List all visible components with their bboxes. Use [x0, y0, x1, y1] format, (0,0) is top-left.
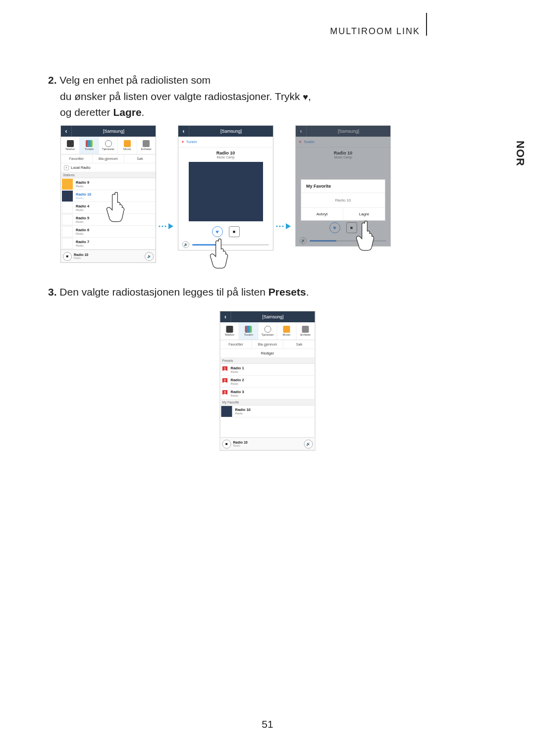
cancel-button[interactable]: Avbryt [301, 208, 343, 220]
back-button[interactable]: ‹ [296, 126, 307, 137]
station-list: Radio 9Radio Radio 10Radio Radio 4Radio … [61, 178, 156, 250]
filter-tabs: Favoritter Bla gjennom Søk [61, 154, 156, 163]
app-header: ‹ [Samsung] [296, 126, 390, 137]
tab-tjenester-label: Tjenester [102, 148, 114, 151]
np-title: Radio 10 [74, 253, 88, 256]
tab-music-label: Music [283, 333, 291, 336]
svg-point-2 [164, 225, 166, 227]
subtab-sok[interactable]: Søk [124, 154, 156, 163]
save-button[interactable]: Lagre [343, 208, 385, 220]
volume-slider[interactable] [310, 240, 386, 242]
station-title: Radio 4 [76, 204, 89, 208]
filter-tabs: Favoritter Bla gjennom Søk [220, 340, 315, 349]
section-presets: Presets [220, 358, 315, 364]
dialog-item[interactable]: Radio 10 [301, 193, 385, 207]
speaker-icon[interactable]: 🔊 [300, 237, 307, 244]
step-2-line2b: , [308, 91, 311, 102]
back-button[interactable]: ‹ [220, 311, 231, 322]
station-sub: Radio [231, 394, 244, 397]
stop-icon[interactable]: ■ [222, 440, 231, 449]
step-2-line3b: . [142, 106, 145, 118]
volume-icon[interactable]: 🔊 [304, 440, 313, 449]
volume-slider[interactable] [192, 244, 269, 246]
station-thumb [221, 406, 232, 417]
now-playing-bar[interactable]: ■ Radio 10Radio 🔊 [61, 250, 156, 262]
amazon-icon [283, 326, 290, 333]
speaker-icon[interactable]: 🔊 [182, 241, 189, 248]
tab-tjenester[interactable]: Tjenester [258, 322, 277, 340]
volume-row: 🔊 [178, 239, 273, 250]
tunein-icon [86, 140, 93, 147]
step-2-number: 2. [48, 74, 57, 86]
now-playing-title: Radio 10 [178, 151, 273, 155]
station-title: Radio 6 [76, 228, 89, 232]
tab-telefon[interactable]: Telefon [61, 137, 80, 154]
edit-button[interactable]: Rediger [220, 349, 315, 358]
app-title: [Samsung] [231, 314, 315, 319]
list-item[interactable]: Radio 10Radio [61, 190, 156, 202]
subtab-favoritter[interactable]: Favoritter [61, 154, 93, 163]
source-tabs: Telefon TuneIn Tjenester Music Enheter [61, 137, 156, 154]
stop-button[interactable]: ■ [346, 222, 357, 233]
step-2-screenshots: ‹ [Samsung] Telefon TuneIn Tjenester Mus… [60, 125, 467, 263]
app-title: [Samsung] [307, 129, 390, 134]
back-button[interactable]: ‹ [178, 126, 189, 137]
list-item[interactable]: Radio 10Radio [220, 405, 315, 417]
app-title: [Samsung] [72, 129, 156, 134]
tab-telefon[interactable]: Telefon [220, 322, 239, 340]
svg-point-3 [276, 225, 277, 227]
plus-icon: ✦ [299, 140, 302, 144]
tab-music[interactable]: Music [118, 137, 137, 154]
station-thumb [62, 226, 73, 237]
service-label: TuneIn [186, 140, 197, 144]
list-item[interactable]: 3Radio 3Radio [220, 388, 315, 400]
list-item[interactable]: 2Radio 2Radio [220, 376, 315, 388]
stop-icon[interactable]: ■ [63, 252, 72, 261]
list-item[interactable]: Radio 9Radio [61, 178, 156, 190]
list-item[interactable]: Radio 5Radio [61, 214, 156, 226]
station-title: Radio 9 [76, 180, 89, 185]
phone-icon [226, 326, 233, 333]
list-item[interactable]: Radio 6Radio [61, 226, 156, 238]
now-playing-bar[interactable]: ■ Radio 10Radio 🔊 [220, 437, 315, 450]
playback-controls: ♥ ■ [178, 224, 273, 239]
step-2-line1: Velg en enhet på radiolisten som [59, 74, 211, 86]
step-3-bold: Presets [268, 286, 306, 298]
volume-icon[interactable]: 🔊 [145, 252, 154, 261]
station-sub: Radio [235, 412, 251, 415]
tab-tunein[interactable]: TuneIn [239, 322, 258, 340]
language-tab: NOR [505, 114, 535, 193]
language-code: NOR [514, 141, 527, 166]
subtab-sok[interactable]: Søk [284, 340, 315, 349]
screenshot-4-presets: ‹ [Samsung] Telefon TuneIn Tjenester Mus… [220, 311, 316, 451]
presets-list: 1Radio 1Radio 2Radio 2Radio 3Radio 3Radi… [220, 364, 315, 400]
tab-music[interactable]: Music [277, 322, 296, 340]
tab-tunein[interactable]: TuneIn [80, 137, 99, 154]
subtab-favoritter[interactable]: Favoritter [220, 340, 252, 349]
favorite-button[interactable]: ♥ [212, 226, 223, 237]
tab-tunein-label: TuneIn [244, 333, 253, 336]
subtab-bla[interactable]: Bla gjennom [252, 340, 284, 349]
list-item[interactable]: 1Radio 1Radio [220, 364, 315, 376]
breadcrumb[interactable]: ‹Local Radio [61, 163, 156, 172]
station-sub: Radio [76, 185, 89, 188]
tab-enheter[interactable]: Enheter [296, 322, 315, 340]
list-item[interactable]: Radio 7Radio [61, 238, 156, 250]
station-title: Radio 10 [76, 192, 91, 197]
stop-button[interactable]: ■ [229, 226, 240, 237]
np-title: Radio 10 [233, 441, 248, 444]
step-2-line3-bold: Lagre [113, 106, 141, 118]
tab-tjenester-label: Tjenester [262, 333, 274, 336]
dialog-title: My Favorite [301, 180, 385, 193]
tab-tjenester[interactable]: Tjenester [99, 137, 118, 154]
favorite-list: Radio 10Radio [220, 405, 315, 417]
favorite-button[interactable]: ♥ [329, 222, 340, 233]
service-indicator: ✦TuneIn [296, 137, 390, 148]
back-button[interactable]: ‹ [61, 126, 72, 137]
volume-row: 🔊 [296, 235, 390, 246]
now-playing-subtitle: Music Camp [178, 155, 273, 159]
now-playing-subtitle: Music Camp [296, 155, 390, 159]
list-item[interactable]: Radio 4Radio [61, 202, 156, 214]
tab-enheter[interactable]: Enheter [137, 137, 156, 154]
subtab-bla[interactable]: Bla gjennom [93, 154, 124, 163]
